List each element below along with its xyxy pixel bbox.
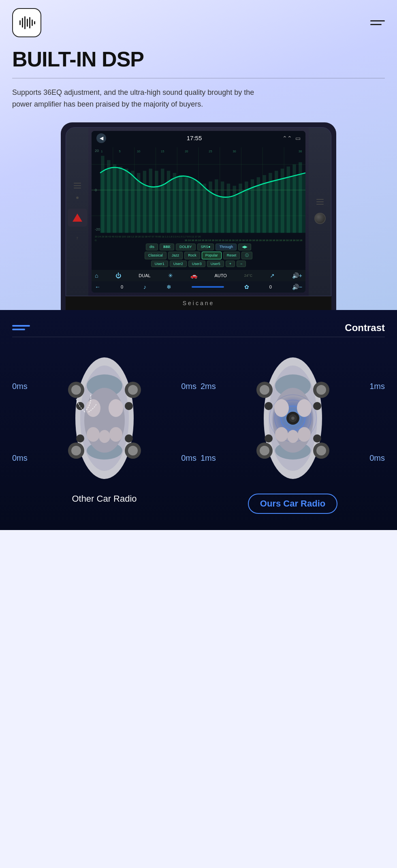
other-top-left-ms: 0ms [12, 382, 28, 391]
srs-button[interactable]: SRS● [197, 244, 214, 250]
vent-line [74, 185, 81, 186]
eq-controls: dts 𝐁𝐁𝐄 DOLBY SRS● Through ◀▶ Classical … [92, 242, 305, 270]
svg-point-80 [125, 402, 133, 410]
contrast-divider [12, 337, 385, 337]
user2-button[interactable]: User2 [170, 261, 187, 267]
seicane-text: Seicane [183, 300, 215, 306]
hero-section: BUILT-IN DSP Supports 36EQ adjustment, a… [0, 0, 397, 310]
svg-rect-6 [34, 21, 35, 24]
screen-time: 17:55 [187, 135, 202, 141]
svg-text:5: 5 [119, 150, 121, 153]
svg-text:10: 10 [137, 150, 140, 153]
hazard-button[interactable] [68, 209, 87, 227]
dot-indicator [76, 197, 79, 199]
svg-point-94 [275, 427, 288, 442]
other-car-wrapper: 0ms 0ms 0ms 0ms [12, 349, 196, 487]
auto-label: AUTO [215, 273, 227, 278]
header [12, 8, 385, 37]
other-car-label: Other Car Radio [72, 494, 137, 504]
through-button[interactable]: Through [216, 244, 237, 250]
svg-rect-1 [22, 18, 23, 28]
user3-button[interactable]: User3 [188, 261, 205, 267]
brand-label: Seicane [66, 296, 331, 310]
hamburger-line-2 [370, 24, 382, 25]
svg-text:20: 20 [185, 150, 188, 153]
music-icon: ♪ [143, 284, 146, 290]
back-button[interactable]: ◀ [96, 133, 106, 143]
arrow-icon: ↗ [270, 272, 275, 279]
ours-car-wrapper: 2ms 1ms 1ms 0ms [201, 349, 385, 487]
svg-point-111 [291, 417, 295, 420]
hamburger-line-1 [370, 20, 385, 21]
vol-up-icon[interactable]: 🔊+ [292, 272, 302, 279]
db-label-top: 20 [95, 149, 100, 153]
hero-description: Supports 36EQ adjustment, and the ultra-… [12, 87, 271, 110]
freq-label-2: G [95, 239, 97, 242]
progress-bar [192, 286, 224, 288]
svg-rect-5 [32, 19, 33, 26]
balance-button[interactable]: ◀▶ [238, 244, 251, 250]
ours-car-item: 2ms 1ms 1ms 0ms [201, 349, 385, 514]
svg-text:25: 25 [209, 150, 212, 153]
rock-button[interactable]: Rock [184, 252, 200, 259]
vent-line [316, 201, 324, 202]
zero-label-2: 0 [269, 284, 272, 289]
screen-header: ◀ 17:55 ⌃⌃ ▭ [92, 131, 305, 145]
hero-divider [12, 78, 385, 79]
contrast-header: Contrast [12, 322, 385, 334]
plus-button[interactable]: + [226, 261, 235, 267]
svg-point-67 [109, 399, 123, 417]
svg-point-82 [125, 434, 133, 443]
dts-button[interactable]: dts [146, 244, 158, 250]
db-label-bot: -20 [95, 227, 100, 231]
popular-button[interactable]: Popular [202, 252, 222, 259]
svg-point-72 [71, 385, 81, 395]
car-radio-image: 7 ◀ 17:55 ⌃⌃ ▭ [12, 122, 385, 310]
other-car-svg [64, 349, 145, 487]
other-car-item: 0ms 0ms 0ms 0ms [12, 349, 196, 504]
svg-point-95 [287, 430, 299, 443]
page-title: BUILT-IN DSP [12, 47, 385, 71]
hamburger-menu[interactable] [370, 20, 385, 25]
contrast-label: Contrast [345, 322, 385, 334]
svg-rect-0 [19, 20, 21, 25]
bottom-nav-bar: ⌂ ⏻ DUAL ✳ 🚗 AUTO 24°C ↗ 🔊+ [92, 270, 305, 281]
gain-values: 16 16 16 16 16 16 16 16 16 16 16 16 16 1… [185, 239, 302, 242]
user5-button[interactable]: User5 [207, 261, 224, 267]
jazz-button[interactable]: Jazz [168, 252, 183, 259]
bbe-button[interactable]: 𝐁𝐁𝐄 [160, 244, 174, 250]
db-labels: 20 0 -20 [95, 145, 100, 235]
ours-bottom-right-ms: 0ms [369, 453, 385, 463]
logo [12, 8, 41, 37]
svg-text:30: 30 [233, 150, 236, 153]
user1-button[interactable]: User1 [151, 261, 168, 267]
chevron-up-icon: ⌃⌃ [282, 135, 292, 141]
dolby-button[interactable]: DOLBY [176, 244, 196, 250]
power-icon[interactable]: ⏻ [115, 272, 121, 279]
contrast-line-short [12, 329, 25, 330]
eq-btn-row-2: Classical Jazz Rock Popular Reset ⓘ [95, 252, 302, 259]
vol-down-icon[interactable]: 🔊− [292, 284, 302, 290]
svg-text:36: 36 [299, 150, 302, 153]
freq-label: 20 24 29 36 43 45 53 60 100 130 12 18 20… [95, 235, 201, 238]
ours-top-left-ms: 2ms [201, 382, 216, 391]
svg-rect-2 [24, 16, 26, 29]
home-icon[interactable]: ⌂ [95, 272, 98, 279]
reset-button[interactable]: Reset [223, 252, 240, 259]
db-label-mid: 0 [95, 188, 100, 192]
screen-status-icons: ⌃⌃ ▭ [282, 135, 301, 141]
eq-btn-row-1: dts 𝐁𝐁𝐄 DOLBY SRS● Through ◀▶ [95, 244, 302, 250]
ours-bottom-left-ms: 1ms [201, 453, 216, 463]
classical-button[interactable]: Classical [145, 252, 166, 259]
snowflake-icon: ✳ [168, 272, 173, 279]
right-knob[interactable] [314, 213, 326, 224]
svg-point-74 [128, 385, 138, 395]
minus-button[interactable]: − [237, 261, 246, 267]
ours-car-button[interactable]: Ours Car Radio [248, 494, 337, 514]
info-button[interactable]: ⓘ [241, 252, 252, 259]
svg-point-93 [297, 399, 312, 417]
back-arrow-icon[interactable]: ← [95, 284, 100, 290]
svg-rect-4 [29, 17, 30, 28]
dual-label: DUAL [139, 273, 150, 278]
vent-line [316, 204, 324, 205]
